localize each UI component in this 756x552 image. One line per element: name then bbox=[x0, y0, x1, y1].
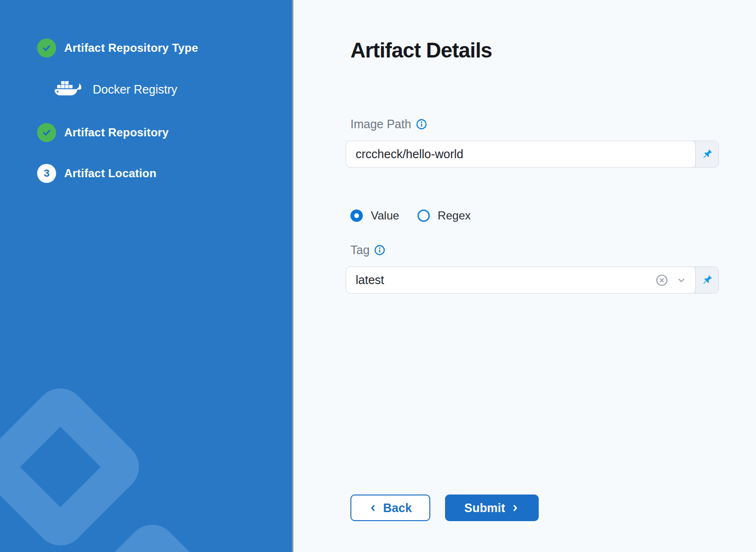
tag-label: Tag bbox=[350, 244, 369, 256]
image-path-input[interactable] bbox=[346, 147, 695, 161]
radio-selected-icon[interactable] bbox=[350, 209, 363, 222]
match-type-radio-group: Value Regex bbox=[350, 209, 471, 222]
harness-logo-watermark bbox=[0, 378, 149, 552]
tag-input[interactable] bbox=[346, 273, 655, 287]
tag-input-wrap bbox=[346, 267, 695, 293]
step-complete-badge bbox=[37, 123, 56, 142]
image-path-label: Image Path bbox=[350, 118, 411, 130]
radio-unselected-icon[interactable] bbox=[417, 209, 430, 222]
step-label: Artifact Repository bbox=[64, 126, 169, 139]
step-number-badge: 3 bbox=[37, 164, 56, 183]
step-complete-badge bbox=[37, 38, 56, 57]
image-path-field bbox=[346, 141, 719, 168]
submit-button[interactable]: Submit bbox=[445, 495, 539, 521]
page-title: Artifact Details bbox=[350, 40, 492, 61]
back-button[interactable]: Back bbox=[350, 495, 430, 521]
docker-whale-icon bbox=[53, 77, 83, 101]
info-icon[interactable] bbox=[416, 119, 427, 130]
wizard-footer-buttons: Back Submit bbox=[350, 495, 539, 521]
sidebar-substep-docker-registry[interactable]: Docker Registry bbox=[53, 77, 177, 101]
info-icon[interactable] bbox=[374, 245, 385, 256]
sidebar-step-artifact-repository[interactable]: Artifact Repository bbox=[37, 123, 169, 142]
pushpin-icon bbox=[701, 274, 713, 286]
chevron-right-icon bbox=[511, 504, 519, 512]
tag-field bbox=[346, 266, 719, 294]
step-label: Artifact Location bbox=[64, 167, 156, 180]
artifact-details-panel: Artifact Details Image Path Value bbox=[293, 0, 756, 552]
radio-label: Regex bbox=[438, 210, 471, 221]
radio-option-value[interactable]: Value bbox=[350, 209, 399, 222]
wizard-sidebar: Artifact Repository Type Docker Registry… bbox=[0, 0, 292, 552]
image-path-label-row: Image Path bbox=[350, 118, 427, 130]
step-label: Artifact Repository Type bbox=[64, 41, 198, 55]
sidebar-step-artifact-location[interactable]: 3 Artifact Location bbox=[37, 164, 156, 183]
pushpin-icon bbox=[701, 148, 713, 161]
check-icon bbox=[41, 43, 52, 53]
back-button-label: Back bbox=[383, 501, 412, 515]
pin-button[interactable] bbox=[695, 267, 718, 293]
chevron-down-icon bbox=[676, 275, 687, 286]
tag-label-row: Tag bbox=[350, 244, 385, 256]
dropdown-toggle[interactable] bbox=[676, 275, 687, 286]
substep-label: Docker Registry bbox=[93, 83, 177, 96]
pin-button[interactable] bbox=[695, 141, 718, 167]
image-path-input-wrap bbox=[346, 141, 695, 167]
submit-button-label: Submit bbox=[465, 501, 505, 515]
radio-option-regex[interactable]: Regex bbox=[417, 209, 471, 222]
radio-label: Value bbox=[371, 210, 399, 221]
check-icon bbox=[41, 127, 52, 138]
clear-circle-icon bbox=[655, 274, 669, 287]
sidebar-step-artifact-repository-type[interactable]: Artifact Repository Type bbox=[37, 38, 198, 57]
clear-button[interactable] bbox=[655, 274, 669, 287]
chevron-left-icon bbox=[369, 504, 377, 512]
